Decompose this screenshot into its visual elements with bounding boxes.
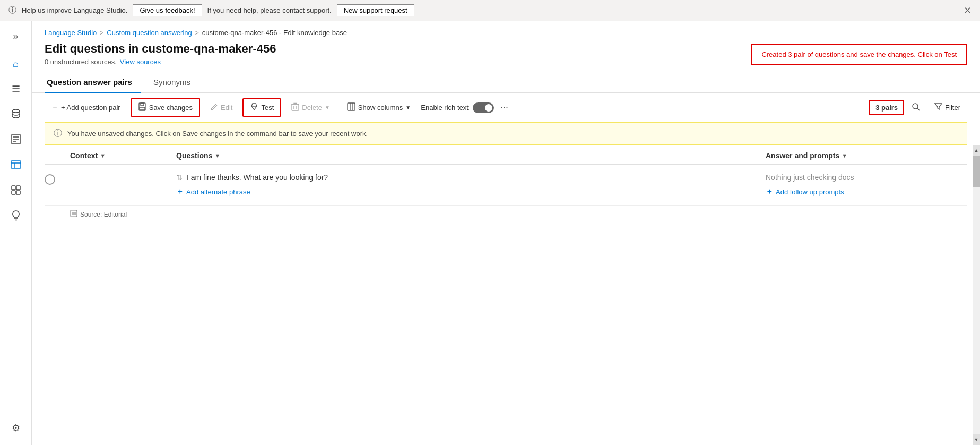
delete-button[interactable]: Delete ▼ bbox=[284, 99, 336, 116]
sources-row: 0 unstructured sources. View sources bbox=[45, 58, 751, 66]
sources-count: 0 unstructured sources. bbox=[45, 58, 117, 66]
breadcrumb-sep1: > bbox=[100, 29, 103, 37]
filter-icon bbox=[934, 103, 942, 112]
svg-rect-8 bbox=[12, 186, 15, 190]
home-icon: ⌂ bbox=[13, 58, 19, 70]
scroll-thumb[interactable] bbox=[973, 156, 980, 187]
columns-icon bbox=[347, 102, 355, 113]
notification-box: Created 3 pair of questions and save the… bbox=[751, 44, 967, 65]
test-button[interactable]: Test bbox=[242, 98, 281, 117]
svg-rect-9 bbox=[16, 186, 20, 190]
settings-icon: ⚙ bbox=[12, 422, 20, 434]
svg-point-0 bbox=[12, 109, 20, 113]
delete-chevron: ▼ bbox=[325, 105, 330, 110]
source-row: Source: Editorial bbox=[45, 206, 967, 219]
breadcrumb-language-studio[interactable]: Language Studio bbox=[45, 29, 97, 37]
tab-question-answer-pairs[interactable]: Question answer pairs bbox=[45, 72, 141, 93]
add-follow-up-prompts-link[interactable]: ＋ Add follow up prompts bbox=[766, 187, 957, 196]
page-title: Edit questions in custome-qna-maker-456 bbox=[45, 42, 751, 56]
sidebar-item-docs[interactable] bbox=[3, 129, 29, 152]
sidebar-item-menu[interactable]: ☰ bbox=[3, 78, 29, 101]
toolbar-right: 3 pairs Filter bbox=[869, 99, 967, 116]
sidebar-item-settings[interactable]: ⚙ bbox=[3, 416, 29, 440]
sidebar-item-insights[interactable] bbox=[3, 205, 29, 228]
source-doc-icon bbox=[70, 210, 77, 219]
question-cell: ⇅ I am fine thanks. What are you looking… bbox=[176, 173, 766, 196]
scroll-track bbox=[973, 156, 980, 434]
breadcrumb: Language Studio > Custom question answer… bbox=[32, 21, 980, 40]
support-request-button[interactable]: New support request bbox=[337, 4, 414, 16]
sidebar-item-home[interactable]: ⌂ bbox=[3, 52, 29, 75]
svg-rect-22 bbox=[348, 103, 355, 110]
test-icon bbox=[250, 102, 258, 113]
save-icon bbox=[138, 102, 146, 113]
svg-rect-14 bbox=[139, 103, 145, 110]
more-icon: ··· bbox=[500, 102, 508, 113]
add-phrase-plus-icon: ＋ bbox=[176, 187, 184, 196]
svg-rect-5 bbox=[11, 161, 21, 168]
svg-rect-11 bbox=[16, 191, 20, 194]
svg-rect-16 bbox=[140, 107, 145, 110]
breadcrumb-custom-qa[interactable]: Custom question answering bbox=[107, 29, 192, 37]
tab-synonyms[interactable]: Synonyms bbox=[151, 72, 199, 93]
answer-text: Nothing just checking docs bbox=[766, 173, 957, 182]
context-column-header[interactable]: Context ▼ bbox=[70, 151, 176, 160]
data-icon bbox=[11, 108, 21, 122]
warning-icon: ⓘ bbox=[54, 128, 62, 139]
add-prompt-plus-icon: ＋ bbox=[766, 187, 773, 196]
sidebar-toggle[interactable]: » bbox=[3, 27, 29, 46]
answer-chevron: ▼ bbox=[842, 152, 847, 159]
top-banner: ⓘ Help us improve Language Studio. Give … bbox=[0, 0, 980, 21]
svg-point-25 bbox=[913, 104, 918, 109]
context-chevron: ▼ bbox=[100, 152, 106, 159]
page-header: Edit questions in custome-qna-maker-456 … bbox=[32, 40, 980, 70]
edit-button[interactable]: Edit bbox=[203, 99, 239, 116]
svg-rect-18 bbox=[292, 104, 299, 110]
questions-chevron: ▼ bbox=[214, 152, 220, 159]
page-title-section: Edit questions in custome-qna-maker-456 … bbox=[45, 42, 751, 66]
svg-rect-10 bbox=[12, 191, 15, 194]
sidebar-item-kb[interactable] bbox=[3, 154, 29, 177]
sidebar: » ⌂ ☰ bbox=[0, 21, 32, 445]
edit-icon bbox=[210, 103, 218, 113]
sidebar-item-data[interactable] bbox=[3, 103, 29, 126]
tabs: Question answer pairs Synonyms bbox=[32, 72, 980, 93]
content-area: Language Studio > Custom question answer… bbox=[32, 21, 980, 445]
table-row: ⇅ I am fine thanks. What are you looking… bbox=[45, 165, 967, 206]
row-checkbox-cell bbox=[45, 173, 70, 185]
save-changes-button[interactable]: Save changes bbox=[131, 98, 200, 117]
search-button[interactable] bbox=[908, 100, 923, 115]
kb-icon bbox=[11, 159, 21, 173]
rich-text-toggle[interactable] bbox=[473, 102, 494, 113]
sidebar-item-deploy[interactable] bbox=[3, 179, 29, 203]
scroll-down-arrow[interactable]: ▼ bbox=[973, 434, 980, 445]
add-question-pair-button[interactable]: ＋ + Add question pair bbox=[45, 99, 127, 116]
table-header: Context ▼ Questions ▼ Answer and prompts… bbox=[45, 145, 967, 165]
questions-column-header[interactable]: Questions ▼ bbox=[176, 151, 766, 160]
banner-support-text: If you need help, please contact support… bbox=[207, 6, 332, 14]
show-columns-chevron: ▼ bbox=[405, 105, 411, 110]
deploy-icon bbox=[11, 185, 21, 198]
warning-message: You have unsaved changes. Click on Save … bbox=[67, 130, 368, 138]
answer-prompts-column-header[interactable]: Answer and prompts ▼ bbox=[766, 151, 967, 160]
view-sources-link[interactable]: View sources bbox=[120, 58, 161, 66]
warning-bar: ⓘ You have unsaved changes. Click on Sav… bbox=[45, 122, 967, 145]
lightbulb-icon bbox=[11, 210, 21, 224]
more-options-button[interactable]: ··· bbox=[497, 100, 511, 115]
show-columns-button[interactable]: Show columns ▼ bbox=[340, 99, 418, 116]
question-text: ⇅ I am fine thanks. What are you looking… bbox=[176, 173, 755, 182]
svg-rect-27 bbox=[71, 210, 77, 217]
close-banner-button[interactable]: ✕ bbox=[964, 5, 972, 16]
toolbar: ＋ + Add question pair Save changes bbox=[32, 93, 980, 122]
feedback-button[interactable]: Give us feedback! bbox=[133, 4, 202, 16]
add-alternate-phrase-link[interactable]: ＋ Add alternate phrase bbox=[176, 187, 755, 196]
row-checkbox[interactable] bbox=[45, 174, 55, 185]
scroll-up-arrow[interactable]: ▲ bbox=[973, 145, 980, 156]
svg-line-26 bbox=[917, 108, 920, 110]
answer-cell: Nothing just checking docs ＋ Add follow … bbox=[766, 173, 967, 196]
docs-icon bbox=[11, 134, 21, 147]
notification-text: Created 3 pair of questions and save the… bbox=[761, 50, 957, 58]
filter-button[interactable]: Filter bbox=[927, 99, 967, 116]
breadcrumb-sep2: > bbox=[195, 29, 199, 37]
main-layout: » ⌂ ☰ bbox=[0, 21, 980, 445]
